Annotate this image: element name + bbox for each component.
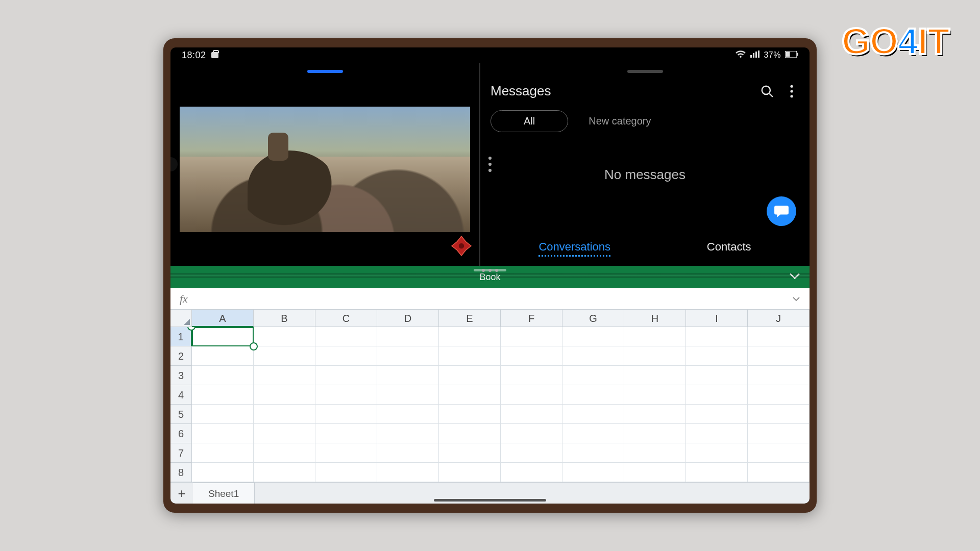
cell[interactable] (192, 463, 254, 482)
cell[interactable] (562, 463, 624, 482)
cell[interactable] (315, 405, 377, 424)
cell[interactable] (254, 327, 315, 346)
cell[interactable] (501, 443, 562, 463)
cell[interactable] (748, 366, 810, 385)
cell[interactable] (254, 463, 315, 482)
cell[interactable] (501, 327, 562, 346)
cell[interactable] (439, 424, 501, 443)
cell[interactable] (624, 405, 686, 424)
cell[interactable] (439, 405, 501, 424)
cell[interactable] (315, 463, 377, 482)
cell[interactable] (562, 346, 624, 366)
cell[interactable] (501, 366, 562, 385)
cell[interactable] (254, 443, 315, 463)
cell[interactable] (562, 405, 624, 424)
column-header[interactable]: E (439, 310, 501, 327)
cell[interactable] (624, 346, 686, 366)
cell[interactable] (562, 385, 624, 405)
search-icon[interactable] (760, 84, 775, 99)
cell[interactable] (562, 366, 624, 385)
cell[interactable] (439, 385, 501, 405)
sheet-tab[interactable]: Sheet1 (193, 483, 255, 504)
cell[interactable] (254, 405, 315, 424)
cell[interactable] (439, 346, 501, 366)
select-all-corner[interactable] (170, 310, 192, 327)
more-icon[interactable] (784, 84, 799, 99)
cell[interactable] (377, 463, 439, 482)
cell[interactable] (562, 327, 624, 346)
new-category-button[interactable]: New category (589, 115, 651, 127)
column-header[interactable]: A (192, 310, 254, 327)
cell[interactable] (254, 346, 315, 366)
cell[interactable] (192, 327, 254, 346)
cell[interactable] (624, 385, 686, 405)
cell[interactable] (748, 463, 810, 482)
cell[interactable] (686, 405, 748, 424)
cell[interactable] (686, 385, 748, 405)
row-header[interactable]: 5 (170, 405, 192, 424)
cell[interactable] (439, 443, 501, 463)
add-sheet-button[interactable]: + (170, 483, 193, 504)
cell[interactable] (501, 405, 562, 424)
cell[interactable] (748, 385, 810, 405)
column-header[interactable]: C (315, 310, 377, 327)
cell[interactable] (686, 366, 748, 385)
cell[interactable] (315, 366, 377, 385)
spreadsheet-grid[interactable]: ABCDEFGHIJ 12345678 (170, 310, 810, 482)
row-header[interactable]: 4 (170, 385, 192, 405)
cell[interactable] (748, 346, 810, 366)
cell[interactable] (377, 327, 439, 346)
cell[interactable] (748, 327, 810, 346)
column-header[interactable]: D (377, 310, 439, 327)
tab-conversations[interactable]: Conversations (538, 240, 610, 257)
cell[interactable] (624, 424, 686, 443)
cell[interactable] (192, 385, 254, 405)
cell[interactable] (377, 346, 439, 366)
column-header[interactable]: F (501, 310, 562, 327)
cell[interactable] (624, 463, 686, 482)
cell[interactable] (501, 385, 562, 405)
column-header[interactable]: B (254, 310, 315, 327)
row-header[interactable]: 3 (170, 366, 192, 385)
cell[interactable] (192, 346, 254, 366)
cell[interactable] (562, 443, 624, 463)
horizontal-resize-handle[interactable] (482, 269, 498, 272)
cell[interactable] (254, 366, 315, 385)
cell[interactable] (192, 424, 254, 443)
cell[interactable] (315, 385, 377, 405)
cell[interactable] (624, 327, 686, 346)
cell[interactable] (748, 424, 810, 443)
cell[interactable] (377, 424, 439, 443)
fx-expand-icon[interactable] (792, 294, 800, 304)
row-header[interactable]: 7 (170, 443, 192, 463)
row-header[interactable]: 6 (170, 424, 192, 443)
cell[interactable] (686, 346, 748, 366)
cell[interactable] (377, 385, 439, 405)
home-indicator[interactable] (434, 499, 546, 502)
cell[interactable] (686, 443, 748, 463)
selection-handle-icon[interactable] (250, 342, 258, 350)
cell[interactable] (501, 463, 562, 482)
column-header[interactable]: I (686, 310, 748, 327)
video-thumbnail[interactable] (180, 107, 470, 233)
cell[interactable] (562, 424, 624, 443)
app-drag-handle[interactable] (627, 70, 663, 73)
cell[interactable] (686, 327, 748, 346)
cell[interactable] (315, 443, 377, 463)
tab-contacts[interactable]: Contacts (707, 240, 751, 257)
cell[interactable] (254, 424, 315, 443)
cell[interactable] (686, 463, 748, 482)
row-header[interactable]: 8 (170, 463, 192, 482)
column-header[interactable]: H (624, 310, 686, 327)
cell[interactable] (315, 424, 377, 443)
cell[interactable] (315, 346, 377, 366)
cell[interactable] (315, 327, 377, 346)
cell[interactable] (624, 366, 686, 385)
cell[interactable] (439, 327, 501, 346)
cell[interactable] (377, 366, 439, 385)
cell[interactable] (377, 405, 439, 424)
cell[interactable] (748, 443, 810, 463)
cell[interactable] (254, 385, 315, 405)
cell[interactable] (501, 346, 562, 366)
cell[interactable] (192, 443, 254, 463)
